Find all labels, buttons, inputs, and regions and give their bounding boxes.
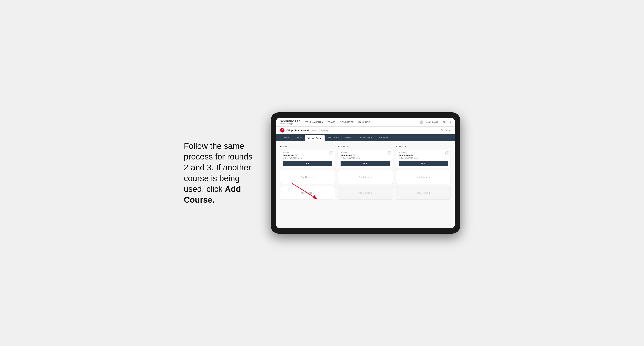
cancel-label: Cancel <box>441 129 448 132</box>
nav-rankings[interactable]: RANKINGS <box>358 121 370 124</box>
round-1-remove-button[interactable]: ○ <box>330 152 333 155</box>
round-3-course-details: Yellow (M) (6629 yds) <box>398 157 448 159</box>
add-course-emphasis: Add Course. <box>184 184 241 204</box>
round-2-edit-button[interactable]: Edit <box>340 161 390 166</box>
nav-committee[interactable]: COMMITTEE <box>340 121 354 124</box>
round-3-course-card: ○ (Course A) Peachtree GC Yellow (M) (66… <box>396 150 451 168</box>
round-1-add-course-label-2: Add Course + <box>301 191 314 194</box>
round-1-edit-button[interactable]: Edit <box>283 161 332 166</box>
round-3-course-label: (Course A) <box>398 152 448 154</box>
powered-by: Powered by clippd <box>280 123 301 125</box>
nav-tournaments[interactable]: TOURNAMENTS <box>306 121 323 124</box>
round-3-column: Round 3 ○ (Course A) Peachtree GC Yellow… <box>396 145 451 202</box>
round-2-add-course-2: Add Course + <box>338 186 393 200</box>
round-2-add-course-label-1: Add Course + <box>358 176 372 179</box>
round-3-course-name: Peachtree GC <box>398 154 448 157</box>
tournament-title: Clippd Invitational <box>286 129 309 132</box>
clippd-logo-icon: C <box>280 128 284 133</box>
rounds-grid: Round 1 ○ (Course A) Peachtree GC Yellow… <box>280 145 451 202</box>
round-1-course-card: ○ (Course A) Peachtree GC Yellow (M) (66… <box>280 150 335 168</box>
gender-tag: Men <box>311 129 317 132</box>
tab-leaderboards[interactable]: Leaderboards <box>356 134 376 141</box>
top-nav: SCOREBOARD Powered by clippd TOURNAMENTS… <box>276 118 455 127</box>
round-3-add-course-label-2: Add Course + <box>416 191 430 194</box>
round-1-add-course-label-1: Add Course + <box>301 176 314 179</box>
round-3-add-course-plus-2: + <box>429 191 430 194</box>
round-2-course-name: Peachtree GC <box>340 154 390 157</box>
tab-details[interactable]: Details <box>279 134 292 141</box>
round-2-remove-button[interactable]: ○ <box>388 152 391 155</box>
tablet-device: SCOREBOARD Powered by clippd TOURNAMENTS… <box>271 112 460 234</box>
user-avatar <box>420 121 423 124</box>
round-2-course-details: Yellow (M) (6629 yds) <box>340 157 390 159</box>
add-course-plus-1: + <box>313 176 314 179</box>
round-1-course-label: (Course A) <box>283 152 332 154</box>
round-2-add-course-text-2: Add Course <box>358 192 370 194</box>
page-wrapper: Follow the same process for rounds 2 and… <box>184 112 460 234</box>
add-course-plus-2: + <box>313 191 314 194</box>
round-2-add-course-plus-2: + <box>371 191 372 194</box>
round-2-title: Round 2 <box>338 145 393 148</box>
round-3-edit-button[interactable]: Edit <box>398 161 448 166</box>
round-2-column: Round 2 ○ (Course A) Peachtree GC Yellow… <box>338 145 393 202</box>
scoreboard-logo: SCOREBOARD <box>280 120 301 123</box>
round-2-add-course-plus-1: + <box>371 176 372 179</box>
round-1-course-name: Peachtree GC <box>283 154 332 157</box>
tab-course-setup[interactable]: Course Setup <box>305 135 324 141</box>
user-email: blair@clippd.io <box>425 121 439 123</box>
cancel-icon: ✕ <box>449 129 451 132</box>
round-3-remove-button[interactable]: ○ <box>446 152 449 155</box>
hosting-badge: Hosting <box>319 129 329 132</box>
round-3-add-course-text-1: Add Course <box>416 176 428 178</box>
round-3-add-course-2: Add Course + <box>396 186 451 200</box>
round-3-add-course-plus-1: + <box>429 176 430 179</box>
nav-teams[interactable]: TEAMS <box>328 121 335 124</box>
breadcrumb-bar: C Clippd Invitational Men Hosting Cancel… <box>276 127 455 134</box>
round-3-add-course-1[interactable]: Add Course + <box>396 170 451 184</box>
pipe-separator: | <box>441 121 441 123</box>
content-area: Round 1 ○ (Course A) Peachtree GC Yellow… <box>276 141 455 228</box>
add-course-text-1: Add Course <box>301 176 312 178</box>
round-3-title: Round 3 <box>396 145 451 148</box>
round-1-course-details: Yellow (M) (6629 yds) <box>283 157 332 159</box>
round-1-title: Round 1 <box>280 145 335 148</box>
round-2-add-course-1[interactable]: Add Course + <box>338 170 393 184</box>
sign-out-link[interactable]: Sign out <box>443 121 451 123</box>
round-2-add-course-text-1: Add Course <box>358 176 370 178</box>
round-2-course-label: (Course A) <box>340 152 390 154</box>
nav-right: blair@clippd.io | Sign out <box>420 121 451 124</box>
round-1-add-course-2[interactable]: Add Course + <box>280 186 335 200</box>
tab-printables[interactable]: Printables <box>376 134 392 141</box>
nav-links: TOURNAMENTS TEAMS COMMITTEE RANKINGS <box>306 121 420 124</box>
round-1-column: Round 1 ○ (Course A) Peachtree GC Yellow… <box>280 145 335 202</box>
round-2-course-card: ○ (Course A) Peachtree GC Yellow (M) (66… <box>338 150 393 168</box>
tab-tee-groups[interactable]: Tee Groups <box>324 134 342 141</box>
logo-area: SCOREBOARD Powered by clippd <box>280 120 301 125</box>
cancel-button[interactable]: Cancel ✕ <box>441 129 451 132</box>
add-course-text-2: Add Course <box>301 192 312 194</box>
tab-results[interactable]: Results <box>342 134 356 141</box>
tablet-screen: SCOREBOARD Powered by clippd TOURNAMENTS… <box>276 118 455 228</box>
breadcrumb-left: C Clippd Invitational Men Hosting <box>280 128 329 133</box>
tab-teams[interactable]: Teams <box>292 134 305 141</box>
round-2-add-course-label-2: Add Course + <box>358 191 372 194</box>
tab-bar: Details Teams Course Setup Tee Groups Re… <box>276 134 455 141</box>
instruction-text: Follow the same process for rounds 2 and… <box>184 141 252 204</box>
round-3-add-course-text-2: Add Course <box>416 192 428 194</box>
instruction-block: Follow the same process for rounds 2 and… <box>184 141 259 205</box>
round-3-add-course-label-1: Add Course + <box>416 176 430 179</box>
round-1-add-course-1[interactable]: Add Course + <box>280 170 335 184</box>
